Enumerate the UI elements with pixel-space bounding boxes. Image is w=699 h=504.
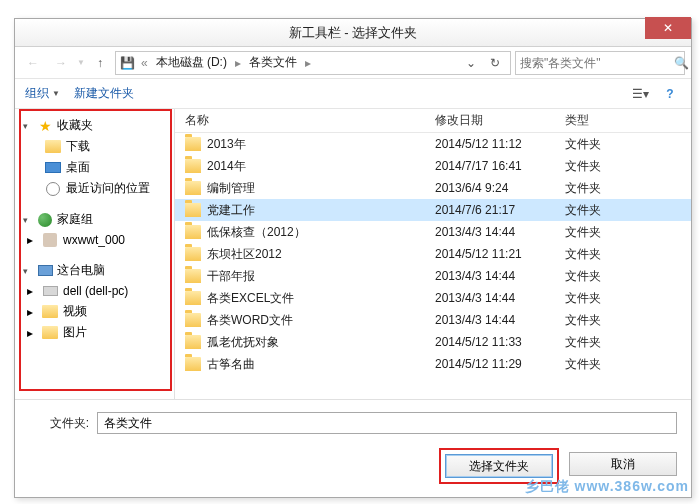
folder-icon — [185, 357, 201, 371]
address-segment-drive[interactable]: 本地磁盘 (D:) — [153, 54, 230, 71]
cancel-button[interactable]: 取消 — [569, 452, 677, 476]
search-input[interactable] — [520, 56, 670, 70]
address-segment-folder[interactable]: 各类文件 — [246, 54, 300, 71]
file-date: 2014/5/12 11:12 — [435, 137, 565, 151]
file-type: 文件夹 — [565, 334, 601, 351]
file-date: 2014/7/17 16:41 — [435, 159, 565, 173]
search-box[interactable]: 🔍 — [515, 51, 685, 75]
folder-picker-dialog: 新工具栏 - 选择文件夹 ✕ ← → ▼ ↑ 💾 « 本地磁盘 (D:) ▸ 各… — [14, 18, 692, 498]
close-button[interactable]: ✕ — [645, 17, 691, 39]
file-date: 2014/7/6 21:17 — [435, 203, 565, 217]
sidebar-item-downloads[interactable]: 下载 — [15, 136, 174, 157]
file-type: 文件夹 — [565, 224, 601, 241]
nav-history-dropdown[interactable]: ▼ — [77, 58, 85, 67]
sidebar-item-label: dell (dell-pc) — [63, 284, 128, 298]
sidebar-item-label: 图片 — [63, 324, 87, 341]
computer-icon — [38, 265, 53, 276]
clock-icon — [46, 182, 60, 196]
sidebar-item-videos[interactable]: ▸视频 — [15, 301, 174, 322]
new-folder-button[interactable]: 新建文件夹 — [74, 85, 134, 102]
file-type: 文件夹 — [565, 158, 601, 175]
chevron-down-icon: ▾ — [23, 121, 33, 131]
chevron-right-icon: ▸ — [235, 56, 241, 70]
dialog-title: 新工具栏 - 选择文件夹 — [289, 24, 418, 42]
drive-icon — [43, 286, 58, 296]
file-type: 文件夹 — [565, 312, 601, 329]
file-type: 文件夹 — [565, 356, 601, 373]
refresh-button[interactable]: ↻ — [484, 52, 506, 74]
column-header-name[interactable]: 名称 — [175, 109, 435, 132]
folder-icon — [45, 140, 61, 153]
desktop-icon — [45, 162, 61, 173]
file-name: 低保核查（2012） — [207, 224, 435, 241]
file-name: 2014年 — [207, 158, 435, 175]
sidebar-item-dell[interactable]: ▸dell (dell-pc) — [15, 281, 174, 301]
folder-icon — [42, 305, 58, 318]
file-name: 编制管理 — [207, 180, 435, 197]
file-row[interactable]: 2013年2014/5/12 11:12文件夹 — [175, 133, 691, 155]
nav-up-button[interactable]: ↑ — [89, 52, 111, 74]
sidebar-item-label: 最近访问的位置 — [66, 180, 150, 197]
sidebar-thispc[interactable]: ▾ 这台电脑 — [15, 260, 174, 281]
sidebar-item-user[interactable]: ▸wxwwt_000 — [15, 230, 174, 250]
folder-icon — [185, 159, 201, 173]
nav-forward-button[interactable]: → — [49, 51, 73, 75]
help-button[interactable]: ? — [659, 83, 681, 105]
file-row[interactable]: 古筝名曲2014/5/12 11:29文件夹 — [175, 353, 691, 375]
sidebar-item-pictures[interactable]: ▸图片 — [15, 322, 174, 343]
folder-name-input[interactable] — [97, 412, 677, 434]
sidebar-item-recent[interactable]: 最近访问的位置 — [15, 178, 174, 199]
drive-icon: 💾 — [120, 55, 136, 71]
column-header-type[interactable]: 类型 — [565, 109, 691, 132]
folder-icon — [185, 225, 201, 239]
folder-icon — [185, 335, 201, 349]
sidebar-favorites[interactable]: ▾ ★ 收藏夹 — [15, 115, 174, 136]
folder-icon — [185, 181, 201, 195]
file-row[interactable]: 党建工作2014/7/6 21:17文件夹 — [175, 199, 691, 221]
view-options-button[interactable]: ☰▾ — [629, 83, 651, 105]
chevron-right-icon: « — [141, 56, 148, 70]
sidebar-item-label: 这台电脑 — [57, 262, 105, 279]
file-row[interactable]: 2014年2014/7/17 16:41文件夹 — [175, 155, 691, 177]
chevron-down-icon: ▾ — [23, 266, 33, 276]
folder-icon — [185, 313, 201, 327]
view-icon: ☰▾ — [632, 87, 649, 101]
arrow-left-icon: ← — [27, 56, 39, 70]
folder-icon — [42, 326, 58, 339]
arrow-up-icon: ↑ — [97, 56, 103, 70]
address-bar[interactable]: 💾 « 本地磁盘 (D:) ▸ 各类文件 ▸ ⌄ ↻ — [115, 51, 511, 75]
file-date: 2014/5/12 11:21 — [435, 247, 565, 261]
organize-menu[interactable]: 组织 ▼ — [25, 85, 60, 102]
file-name: 古筝名曲 — [207, 356, 435, 373]
file-row[interactable]: 孤老优抚对象2014/5/12 11:33文件夹 — [175, 331, 691, 353]
file-row[interactable]: 低保核查（2012）2013/4/3 14:44文件夹 — [175, 221, 691, 243]
file-row[interactable]: 各类EXCEL文件2013/4/3 14:44文件夹 — [175, 287, 691, 309]
file-name: 各类WORD文件 — [207, 312, 435, 329]
file-row[interactable]: 各类WORD文件2013/4/3 14:44文件夹 — [175, 309, 691, 331]
star-icon: ★ — [37, 118, 53, 134]
file-list[interactable]: 2013年2014/5/12 11:12文件夹2014年2014/7/17 16… — [175, 133, 691, 399]
chevron-down-icon: ▼ — [52, 89, 60, 98]
folder-field-label: 文件夹: — [29, 415, 89, 432]
user-icon — [43, 233, 57, 247]
chevron-right-icon: ▸ — [27, 233, 33, 247]
sidebar-homegroup[interactable]: ▾ 家庭组 — [15, 209, 174, 230]
sidebar-item-label: 家庭组 — [57, 211, 93, 228]
close-icon: ✕ — [663, 21, 673, 35]
folder-icon — [185, 269, 201, 283]
sidebar-item-label: 视频 — [63, 303, 87, 320]
titlebar: 新工具栏 - 选择文件夹 ✕ — [15, 19, 691, 47]
chevron-down-icon: ▾ — [23, 215, 33, 225]
file-row[interactable]: 干部年报2013/4/3 14:44文件夹 — [175, 265, 691, 287]
folder-icon — [185, 247, 201, 261]
sidebar-item-desktop[interactable]: 桌面 — [15, 157, 174, 178]
column-header-date[interactable]: 修改日期 — [435, 109, 565, 132]
file-row[interactable]: 东坝社区20122014/5/12 11:21文件夹 — [175, 243, 691, 265]
search-icon: 🔍 — [674, 56, 689, 70]
address-dropdown[interactable]: ⌄ — [462, 56, 480, 70]
nav-back-button[interactable]: ← — [21, 51, 45, 75]
column-headers: 名称 修改日期 类型 — [175, 109, 691, 133]
file-row[interactable]: 编制管理2013/6/4 9:24文件夹 — [175, 177, 691, 199]
chevron-right-icon: ▸ — [27, 284, 33, 298]
select-folder-button[interactable]: 选择文件夹 — [445, 454, 553, 478]
